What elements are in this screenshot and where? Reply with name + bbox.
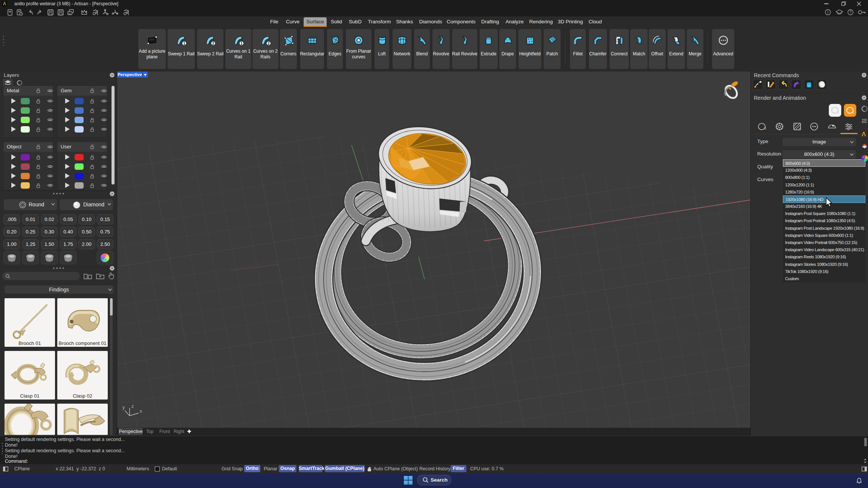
- svg-text:i: i: [827, 10, 828, 14]
- svg-text:1: 1: [240, 41, 243, 46]
- svg-text:2: 2: [212, 41, 214, 46]
- svg-text:?: ?: [850, 10, 852, 14]
- svg-text:2: 2: [267, 41, 270, 46]
- svg-text:x: x: [140, 409, 142, 414]
- svg-text:z: z: [131, 404, 134, 409]
- svg-text:1: 1: [183, 41, 185, 46]
- svg-text:y: y: [122, 405, 125, 410]
